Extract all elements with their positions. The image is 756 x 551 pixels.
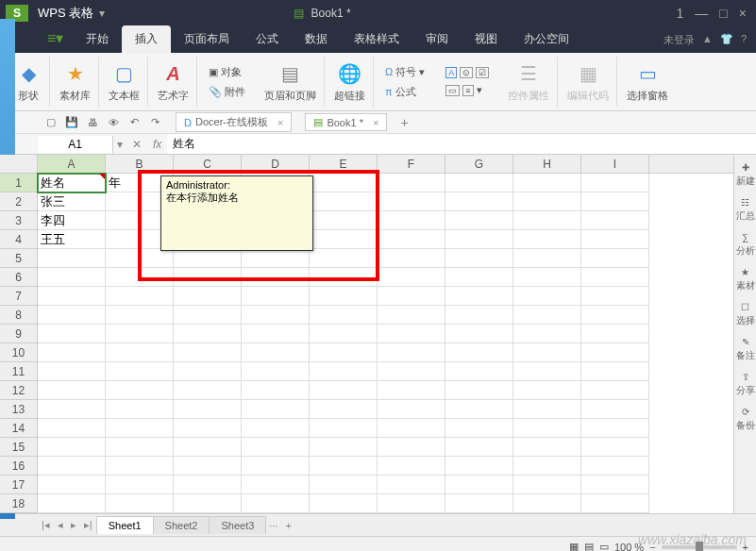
ribbon-gallery[interactable]: ★ 素材库 bbox=[52, 57, 99, 107]
tab-docer[interactable]: DDocer-在线模板× bbox=[176, 112, 292, 132]
cell[interactable] bbox=[445, 438, 513, 457]
cell[interactable] bbox=[513, 174, 581, 192]
sheet-tab-1[interactable]: Sheet1 bbox=[96, 516, 154, 534]
tab-nav-prev[interactable]: ◂ bbox=[54, 519, 67, 531]
cell[interactable] bbox=[106, 268, 174, 287]
ribbon-attach[interactable]: 📎附件 bbox=[207, 83, 247, 101]
cell[interactable] bbox=[310, 192, 378, 211]
side-analyze[interactable]: ∑分析 bbox=[736, 232, 755, 258]
cell[interactable] bbox=[445, 419, 513, 438]
cell[interactable] bbox=[310, 211, 378, 230]
row-header[interactable]: 15 bbox=[0, 438, 38, 457]
side-note[interactable]: ✎备注 bbox=[736, 337, 755, 362]
cell[interactable] bbox=[106, 362, 174, 381]
cell[interactable] bbox=[513, 306, 581, 325]
cell[interactable] bbox=[242, 343, 310, 362]
cell[interactable] bbox=[174, 457, 242, 476]
cell[interactable] bbox=[106, 325, 174, 343]
cell[interactable] bbox=[242, 306, 310, 325]
cell[interactable] bbox=[310, 343, 378, 362]
cell[interactable] bbox=[378, 174, 445, 192]
cell[interactable] bbox=[445, 476, 513, 494]
cell[interactable] bbox=[581, 325, 649, 343]
cell[interactable] bbox=[513, 362, 581, 381]
row-header[interactable]: 5 bbox=[0, 249, 38, 268]
cell[interactable] bbox=[106, 400, 174, 419]
cell[interactable] bbox=[513, 287, 581, 306]
cell[interactable] bbox=[310, 400, 378, 419]
row-header[interactable]: 13 bbox=[0, 400, 38, 419]
row-header[interactable]: 18 bbox=[0, 494, 38, 513]
cell[interactable] bbox=[106, 457, 174, 476]
name-box-dropdown[interactable]: ▾ bbox=[113, 138, 126, 151]
row-header[interactable]: 4 bbox=[0, 230, 38, 249]
tab-book1[interactable]: ▤Book1 *× bbox=[305, 113, 387, 131]
menu-view[interactable]: 视图 bbox=[462, 25, 511, 53]
cell[interactable] bbox=[242, 476, 310, 494]
row-header[interactable]: 2 bbox=[0, 192, 38, 211]
ribbon-headerfooter[interactable]: ▤ 页眉和页脚 bbox=[257, 57, 325, 107]
cell[interactable] bbox=[106, 438, 174, 457]
cell[interactable] bbox=[445, 457, 513, 476]
menu-formula[interactable]: 公式 bbox=[243, 25, 292, 53]
cell[interactable] bbox=[38, 476, 106, 494]
side-summary[interactable]: ☷汇总 bbox=[736, 197, 755, 223]
cell[interactable] bbox=[378, 287, 445, 306]
print-icon[interactable]: 🖶 bbox=[85, 115, 100, 130]
cell[interactable] bbox=[174, 419, 242, 438]
cell[interactable] bbox=[242, 457, 310, 476]
cell[interactable] bbox=[378, 362, 445, 381]
sheet-add[interactable]: + bbox=[282, 520, 295, 531]
cell[interactable] bbox=[445, 249, 513, 268]
ribbon-pi[interactable]: π公式 bbox=[383, 83, 427, 101]
app-menu-icon[interactable]: ≡▾ bbox=[38, 24, 73, 53]
cell[interactable] bbox=[106, 306, 174, 325]
preview-icon[interactable]: 👁 bbox=[106, 115, 121, 130]
menu-layout[interactable]: 页面布局 bbox=[171, 25, 243, 53]
help-icon[interactable]: ? bbox=[741, 33, 747, 47]
cell[interactable] bbox=[174, 381, 242, 400]
cell[interactable] bbox=[174, 400, 242, 419]
save-icon[interactable]: 💾 bbox=[64, 115, 79, 130]
minimize-button[interactable]: — bbox=[695, 6, 708, 21]
notif-icon[interactable]: 1 bbox=[677, 6, 684, 21]
skin-icon[interactable]: 👕 bbox=[720, 33, 733, 47]
cell[interactable] bbox=[174, 476, 242, 494]
cell[interactable] bbox=[38, 400, 106, 419]
cell[interactable] bbox=[581, 230, 649, 249]
side-new[interactable]: ✚新建 bbox=[736, 162, 755, 188]
cell[interactable] bbox=[38, 343, 106, 362]
cell[interactable] bbox=[378, 249, 445, 268]
ribbon-more-controls[interactable]: ▭≡▾ bbox=[444, 82, 491, 98]
row-header[interactable]: 10 bbox=[0, 343, 38, 362]
cell[interactable] bbox=[378, 438, 445, 457]
ribbon-wordart[interactable]: A 艺术字 bbox=[150, 57, 197, 107]
col-header[interactable]: B bbox=[106, 155, 174, 173]
cell[interactable] bbox=[445, 494, 513, 513]
cell[interactable] bbox=[174, 362, 242, 381]
redo-icon[interactable]: ↷ bbox=[147, 115, 162, 130]
cell[interactable] bbox=[242, 438, 310, 457]
cell[interactable] bbox=[378, 268, 445, 287]
cell[interactable] bbox=[445, 362, 513, 381]
cell[interactable] bbox=[38, 249, 106, 268]
cell[interactable] bbox=[581, 174, 649, 192]
cell[interactable] bbox=[445, 192, 513, 211]
cell[interactable] bbox=[378, 494, 445, 513]
cancel-fx-icon[interactable]: ✕ bbox=[126, 138, 147, 151]
cell[interactable] bbox=[581, 494, 649, 513]
cell[interactable] bbox=[38, 381, 106, 400]
ribbon-edit-code[interactable]: ▦ 编辑代码 bbox=[560, 57, 617, 107]
row-header[interactable]: 9 bbox=[0, 325, 38, 343]
tab-nav-last[interactable]: ▸| bbox=[80, 519, 96, 531]
cell[interactable] bbox=[513, 211, 581, 230]
cell[interactable] bbox=[581, 287, 649, 306]
view-page-icon[interactable]: ▤ bbox=[584, 541, 594, 551]
cell[interactable] bbox=[174, 249, 242, 268]
cell[interactable] bbox=[513, 457, 581, 476]
tab-close-icon[interactable]: × bbox=[277, 117, 283, 128]
cell[interactable] bbox=[581, 306, 649, 325]
menu-table-style[interactable]: 表格样式 bbox=[341, 25, 412, 53]
cell[interactable] bbox=[242, 268, 310, 287]
cell[interactable] bbox=[513, 268, 581, 287]
